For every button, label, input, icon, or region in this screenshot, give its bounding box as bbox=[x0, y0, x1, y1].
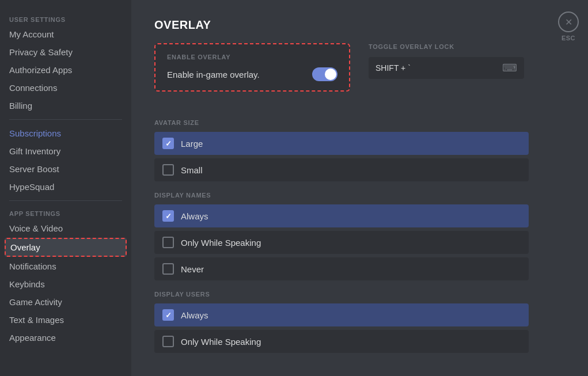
sidebar: USER SETTINGS My Account Privacy & Safet… bbox=[0, 0, 131, 376]
sidebar-item-server-boost[interactable]: Server Boost bbox=[5, 161, 127, 177]
sidebar-item-label: My Account bbox=[9, 29, 54, 39]
display-names-never[interactable]: Never bbox=[154, 257, 529, 280]
sidebar-item-text-images[interactable]: Text & Images bbox=[5, 312, 127, 328]
enable-overlay-row: Enable in-game overlay. bbox=[167, 67, 337, 81]
sidebar-item-label: Billing bbox=[9, 101, 32, 111]
avatar-option-small[interactable]: Small bbox=[154, 158, 529, 181]
sidebar-item-voice-video[interactable]: Voice & Video bbox=[5, 220, 127, 237]
sidebar-item-notifications[interactable]: Notifications bbox=[5, 258, 127, 275]
sidebar-item-label: Appearance bbox=[9, 333, 56, 343]
sidebar-divider-1 bbox=[9, 119, 122, 120]
sidebar-item-label: Text & Images bbox=[9, 315, 64, 325]
avatar-option-large[interactable]: Large bbox=[154, 132, 529, 155]
display-users-always[interactable]: Always bbox=[154, 303, 529, 326]
sidebar-item-label: Notifications bbox=[9, 261, 56, 271]
enable-overlay-box: ENABLE OVERLAY Enable in-game overlay. bbox=[154, 43, 350, 92]
sidebar-item-keybinds[interactable]: Keybinds bbox=[5, 276, 127, 293]
option-label-names-always: Always bbox=[181, 211, 208, 221]
option-label-names-never: Never bbox=[181, 264, 204, 274]
close-icon: ✕ bbox=[565, 17, 572, 28]
checkbox-users-always bbox=[162, 309, 174, 321]
option-label-names-speaking: Only While Speaking bbox=[181, 238, 261, 248]
checkbox-names-speaking bbox=[162, 237, 174, 248]
sidebar-item-label: Authorized Apps bbox=[9, 65, 72, 75]
sidebar-item-game-activity[interactable]: Game Activity bbox=[5, 294, 127, 310]
sidebar-item-label: HypeSquad bbox=[9, 182, 54, 192]
sidebar-subscriptions-label: Subscriptions bbox=[9, 128, 61, 138]
sidebar-item-label: Voice & Video bbox=[9, 223, 63, 233]
display-users-label: DISPLAY USERS bbox=[154, 291, 565, 298]
sidebar-item-my-account[interactable]: My Account bbox=[5, 26, 127, 43]
sidebar-divider-2 bbox=[9, 200, 122, 201]
checkbox-large bbox=[162, 138, 174, 149]
toggle-lock-key: SHIFT + ` bbox=[375, 63, 411, 73]
avatar-size-label: AVATAR SIZE bbox=[154, 119, 565, 126]
display-users-speaking[interactable]: Only While Speaking bbox=[154, 330, 529, 353]
toggle-lock-section: TOGGLE OVERLAY LOCK SHIFT + ` ⌨ bbox=[369, 43, 524, 79]
user-settings-label: USER SETTINGS bbox=[5, 12, 127, 25]
sidebar-item-billing[interactable]: Billing bbox=[5, 97, 127, 114]
option-label-users-always: Always bbox=[181, 310, 208, 320]
sidebar-item-label: Game Activity bbox=[9, 297, 62, 307]
checkbox-users-speaking bbox=[162, 336, 174, 347]
display-names-speaking[interactable]: Only While Speaking bbox=[154, 231, 529, 254]
enable-overlay-toggle[interactable] bbox=[312, 67, 337, 81]
sidebar-item-label: Server Boost bbox=[9, 164, 59, 174]
sidebar-item-label: Gift Inventory bbox=[9, 146, 60, 156]
keyboard-icon: ⌨ bbox=[502, 62, 517, 74]
sidebar-item-label: Privacy & Safety bbox=[9, 47, 73, 57]
sidebar-item-appearance[interactable]: Appearance bbox=[5, 329, 127, 346]
main-content: OVERLAY ENABLE OVERLAY Enable in-game ov… bbox=[131, 0, 588, 376]
enable-overlay-section-label: ENABLE OVERLAY bbox=[167, 54, 337, 60]
enable-overlay-text: Enable in-game overlay. bbox=[167, 70, 260, 79]
checkbox-names-always bbox=[162, 210, 174, 222]
display-names-always[interactable]: Always bbox=[154, 204, 529, 227]
sidebar-item-privacy-safety[interactable]: Privacy & Safety bbox=[5, 44, 127, 60]
option-label-small: Small bbox=[181, 165, 203, 175]
page-title: OVERLAY bbox=[154, 18, 565, 32]
checkbox-names-never bbox=[162, 263, 174, 275]
sidebar-item-label: Keybinds bbox=[9, 279, 45, 289]
close-area[interactable]: ✕ ESC bbox=[558, 12, 579, 41]
display-names-label: DISPLAY NAMES bbox=[154, 192, 565, 199]
sidebar-subscriptions-header[interactable]: Subscriptions bbox=[5, 125, 127, 142]
option-label-users-speaking: Only While Speaking bbox=[181, 337, 261, 347]
app-settings-label: APP SETTINGS bbox=[5, 206, 127, 219]
toggle-knob bbox=[325, 69, 336, 80]
option-label-large: Large bbox=[181, 139, 203, 149]
sidebar-item-label: Overlay bbox=[10, 242, 40, 252]
close-button[interactable]: ✕ bbox=[558, 12, 579, 32]
sidebar-item-gift-inventory[interactable]: Gift Inventory bbox=[5, 143, 127, 159]
toggle-lock-label: TOGGLE OVERLAY LOCK bbox=[369, 43, 524, 50]
checkbox-small bbox=[162, 164, 174, 176]
sidebar-item-authorized-apps[interactable]: Authorized Apps bbox=[5, 62, 127, 78]
sidebar-item-connections[interactable]: Connections bbox=[5, 79, 127, 96]
sidebar-item-hypesquad[interactable]: HypeSquad bbox=[5, 178, 127, 195]
esc-label: ESC bbox=[562, 35, 575, 41]
sidebar-item-label: Connections bbox=[9, 83, 57, 93]
toggle-lock-row[interactable]: SHIFT + ` ⌨ bbox=[369, 57, 524, 79]
sidebar-item-overlay[interactable]: Overlay bbox=[5, 238, 127, 257]
